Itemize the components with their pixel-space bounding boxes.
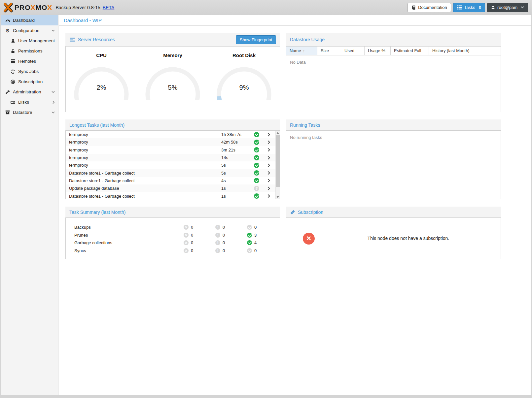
chevron-right-icon[interactable] [262, 186, 275, 191]
sidebar-item-label: Permissions [18, 49, 43, 53]
chevron-right-icon[interactable] [262, 171, 275, 175]
sidebar-item-dashboard[interactable]: Dashboard [1, 15, 58, 25]
error-count-icon [184, 225, 189, 230]
book-icon [411, 5, 416, 10]
column-header-size[interactable]: Size [317, 47, 341, 55]
task-duration: 4s [221, 178, 251, 183]
life-ring-icon [10, 80, 16, 84]
sidebar-item-configuration[interactable]: ⚙ Configuration [1, 25, 58, 36]
chevron-right-icon[interactable] [53, 101, 55, 104]
ok-count: 4 [254, 240, 257, 245]
chevron-down-icon[interactable] [52, 111, 55, 114]
task-duration: 3m 21s [221, 148, 251, 152]
subscription-panel: Subscription × This node does not have a… [286, 207, 501, 259]
task-summary-header: Task Summary (last Month) [65, 207, 280, 217]
scroll-down-arrow[interactable] [276, 195, 280, 199]
warning-count: 0 [223, 240, 225, 245]
task-row[interactable]: termproxy 14s [66, 154, 275, 161]
column-header-used[interactable]: Used [341, 47, 365, 55]
task-row[interactable]: Update package database 1s [66, 184, 275, 192]
running-tasks-body: No running tasks [286, 130, 501, 199]
chevron-right-icon[interactable] [262, 194, 275, 198]
status-ok-icon [254, 193, 259, 199]
warning-count: 0 [223, 233, 225, 238]
gauge-value: 5% [142, 84, 203, 91]
task-row[interactable]: termproxy 3m 21s [66, 146, 275, 154]
status-ok-icon [254, 140, 259, 145]
scrollbar[interactable] [275, 131, 280, 199]
tasks-count-badge: 0 [479, 5, 481, 10]
task-row[interactable]: Datastore store1 - Garbage collect 1s [66, 192, 275, 199]
status-ok-icon [254, 163, 259, 168]
task-summary-body: Backups 0 0 0 Prunes 0 0 3 Garbage colle… [65, 217, 280, 259]
show-fingerprint-button[interactable]: Show Fingerprint [236, 35, 276, 44]
scroll-up-arrow[interactable] [276, 131, 280, 135]
sidebar-item-label: Disks [18, 100, 29, 105]
chevron-right-icon[interactable] [262, 163, 275, 168]
sidebar-item-administration[interactable]: Administration [1, 87, 58, 97]
sidebar-item-label: User Management [18, 38, 55, 43]
summary-row: Syncs 0 0 0 [66, 247, 280, 255]
sidebar-item-label: Remotes [18, 59, 36, 64]
sidebar-item-user-management[interactable]: User Management [1, 36, 58, 46]
status-ok-icon [254, 132, 259, 137]
error-count-icon [184, 248, 189, 253]
column-header-history[interactable]: History (last Month) [429, 47, 501, 55]
unlock-icon [10, 49, 16, 53]
summary-label: Syncs [74, 248, 184, 253]
server-resources-body: CPU 2% Memory [65, 46, 280, 112]
task-duration: 1h 38m 7s [221, 132, 251, 137]
proxmox-logo-text: PROXMOX [15, 4, 52, 12]
sidebar-item-disks[interactable]: Disks [1, 97, 58, 107]
sidebar-item-subscription[interactable]: Subscription [1, 77, 58, 87]
chevron-right-icon[interactable] [262, 140, 275, 145]
topbar-actions: Documentation Tasks 0 root@pam [408, 3, 529, 12]
task-row[interactable]: termproxy 42m 58s [66, 138, 275, 146]
column-header-usage-pct[interactable]: Usage % [365, 47, 391, 55]
longest-tasks-body: termproxy 1h 38m 7s termproxy 42m 58s te… [65, 130, 280, 199]
chevron-down-icon[interactable] [52, 91, 55, 93]
summary-row: Garbage collections 0 0 4 [66, 239, 280, 247]
server-icon [10, 59, 16, 63]
error-count-icon [184, 240, 189, 245]
task-row[interactable]: Datastore store1 - Garbage collect 4s [66, 177, 275, 184]
task-row[interactable]: termproxy 5s [66, 161, 275, 169]
table-header-row: Name↑ Size Used Usage % Estimated Full H… [286, 47, 501, 55]
documentation-button[interactable]: Documentation [408, 3, 451, 12]
product-name: Backup Server 0.8-15 [55, 5, 100, 10]
warning-count-icon [215, 233, 220, 238]
sidebar-item-datastore[interactable]: Datastore [1, 107, 58, 117]
longest-tasks-header: Longest Tasks (last Month) [65, 119, 280, 130]
longest-tasks-panel: Longest Tasks (last Month) termproxy 1h … [65, 119, 280, 199]
column-header-estimated-full[interactable]: Estimated Full [391, 47, 429, 55]
summary-row: Backups 0 0 0 [66, 223, 280, 231]
task-row[interactable]: termproxy 1h 38m 7s [66, 131, 275, 138]
task-name: Datastore store1 - Garbage collect [66, 194, 221, 199]
summary-label: Garbage collections [74, 240, 184, 245]
memory-gauge: Memory 5% [140, 52, 205, 100]
error-count: 0 [191, 240, 193, 245]
sidebar-item-sync-jobs[interactable]: Sync Jobs [1, 66, 58, 77]
tasks-button[interactable]: Tasks 0 [453, 3, 485, 12]
chevron-right-icon[interactable] [262, 155, 275, 160]
proxmox-x-icon [3, 2, 13, 13]
chevron-right-icon[interactable] [262, 148, 275, 152]
user-menu-button[interactable]: root@pam [487, 3, 528, 12]
task-duration: 14s [221, 155, 251, 160]
sidebar-item-label: Dashboard [13, 18, 35, 23]
task-row[interactable]: Datastore store1 - Garbage collect 5s [66, 169, 275, 177]
warning-count-icon [215, 240, 220, 245]
sidebar-item-permissions[interactable]: Permissions [1, 46, 58, 56]
chevron-down-icon[interactable] [52, 29, 55, 32]
chevron-right-icon[interactable] [262, 178, 275, 183]
task-name: termproxy [66, 163, 221, 168]
column-header-name[interactable]: Name↑ [286, 47, 317, 55]
beta-link[interactable]: BETA [103, 5, 115, 10]
sidebar-item-remotes[interactable]: Remotes [1, 56, 58, 66]
running-tasks-panel: Running Tasks No running tasks [286, 119, 501, 199]
warning-count-icon [215, 225, 220, 230]
sync-icon [10, 69, 16, 74]
panel-title: Server Resources [78, 37, 115, 42]
chevron-right-icon[interactable] [262, 132, 275, 137]
scrollbar-thumb[interactable] [276, 135, 280, 187]
